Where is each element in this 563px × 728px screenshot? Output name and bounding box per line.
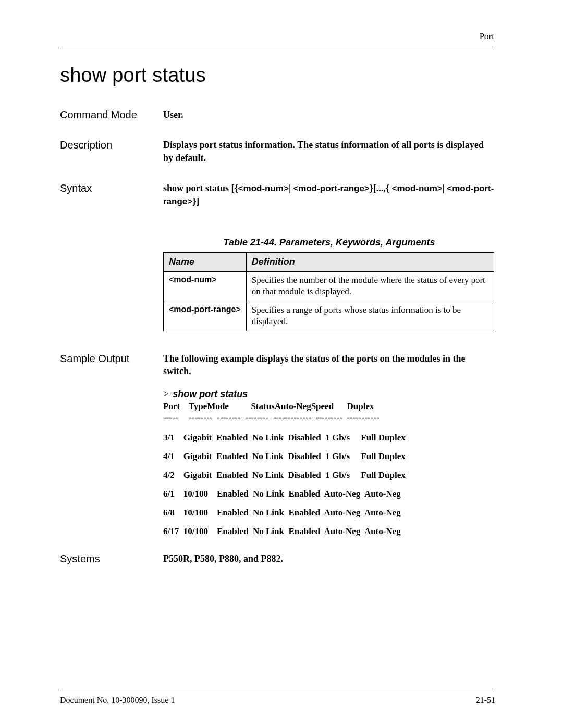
label-sample-output: Sample Output <box>60 352 163 365</box>
label-command-mode: Command Mode <box>60 108 163 121</box>
syntax-p2: <mod-port-range> <box>293 183 369 193</box>
value-systems-text: P550R, P580, P880, and P882. <box>163 553 283 564</box>
cli-row: 6/8 10/100 Enabled No Link Enabled Auto-… <box>163 508 495 518</box>
prompt-line: >show port status <box>163 389 495 400</box>
cli-row: 6/1 10/100 Enabled No Link Enabled Auto-… <box>163 489 495 499</box>
syntax-p3: <mod-num> <box>391 183 442 193</box>
running-header: Port <box>60 31 495 48</box>
footer-page-no: 21-51 <box>476 696 495 705</box>
footer-rule <box>60 690 495 690</box>
syntax-sep2: | <box>443 183 447 193</box>
cli-row: 6/17 10/100 Enabled No Link Enabled Auto… <box>163 526 495 537</box>
cli-row: 3/1 Gigabit Enabled No Link Disabled 1 G… <box>163 433 495 443</box>
row-sample-output: Sample Output The following example disp… <box>60 352 495 378</box>
prompt-char: > <box>163 389 168 399</box>
value-command-mode-text: User. <box>163 109 183 120</box>
page-container: Port show port status Command Mode User.… <box>0 0 563 609</box>
th-name: Name <box>164 252 247 271</box>
td-name: <mod-num> <box>164 272 247 301</box>
cli-row: 4/2 Gigabit Enabled No Link Disabled 1 G… <box>163 470 495 480</box>
row-syntax: Syntax show port status [{<mod-num>| <mo… <box>60 182 495 208</box>
header-rule <box>60 48 495 48</box>
value-command-mode: User. <box>163 108 495 121</box>
table-caption: Table 21-44. Parameters, Keywords, Argum… <box>163 237 495 248</box>
value-description: Displays port status information. The st… <box>163 139 495 164</box>
value-sample-output: The following example displays the statu… <box>163 352 495 378</box>
sample-output-block: >show port status Port TypeMode StatusAu… <box>163 389 495 537</box>
section-name: Port <box>480 31 494 41</box>
syntax-suffix: }] <box>192 196 199 206</box>
td-definition: Specifies the number of the module where… <box>246 272 494 301</box>
label-systems: Systems <box>60 552 163 565</box>
prompt-cmd: show port status <box>173 389 248 399</box>
label-description: Description <box>60 139 163 151</box>
cli-columns-dashes: ----- -------- -------- -------- -------… <box>163 413 495 423</box>
td-definition: Specifies a range of ports whose status … <box>246 301 494 331</box>
table-header-row: Name Definition <box>164 252 494 271</box>
syntax-p1: <mod-num> <box>238 183 289 193</box>
value-description-text: Displays port status information. The st… <box>163 140 484 163</box>
page-title: show port status <box>60 64 495 87</box>
value-syntax: show port status [{<mod-num>| <mod-port-… <box>163 182 495 208</box>
table-row: <mod-port-range> Specifies a range of po… <box>164 301 494 331</box>
table-row: <mod-num> Specifies the number of the mo… <box>164 272 494 301</box>
syntax-prefix: show port status [{ <box>163 183 238 193</box>
row-command-mode: Command Mode User. <box>60 108 495 121</box>
th-definition: Definition <box>246 252 494 271</box>
row-systems: Systems P550R, P580, P880, and P882. <box>60 552 495 565</box>
params-table: Name Definition <mod-num> Specifies the … <box>163 252 494 331</box>
row-description: Description Displays port status informa… <box>60 139 495 164</box>
label-syntax: Syntax <box>60 182 163 194</box>
value-sample-output-text: The following example displays the statu… <box>163 353 466 376</box>
cli-row: 4/1 Gigabit Enabled No Link Disabled 1 G… <box>163 451 495 462</box>
cli-columns-header: Port TypeMode StatusAuto-NegSpeed Duplex <box>163 401 495 412</box>
td-name: <mod-port-range> <box>164 301 247 331</box>
footer-doc-no: Document No. 10-300090, Issue 1 <box>60 696 175 705</box>
value-systems: P550R, P580, P880, and P882. <box>163 552 495 565</box>
syntax-mid: }[...,{ <box>370 183 392 193</box>
